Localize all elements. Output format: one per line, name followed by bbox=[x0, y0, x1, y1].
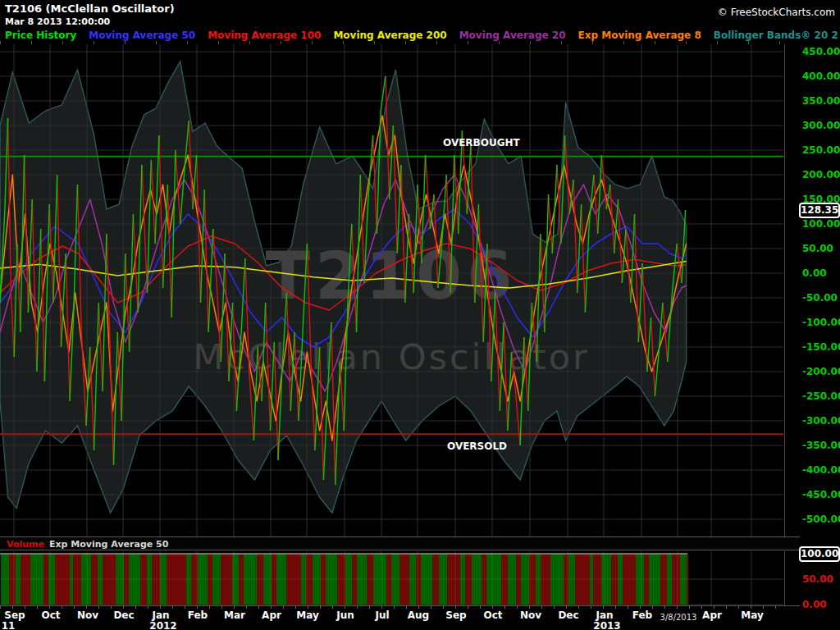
volume-bar bbox=[479, 554, 480, 605]
volume-bar bbox=[477, 554, 478, 605]
volume-bar bbox=[579, 554, 580, 605]
volume-bar bbox=[356, 554, 357, 605]
volume-bar bbox=[158, 554, 158, 605]
volume-bar bbox=[443, 554, 444, 605]
volume-bar bbox=[79, 554, 80, 605]
volume-bar bbox=[46, 554, 47, 605]
volume-bar bbox=[484, 554, 485, 605]
volume-bar bbox=[500, 554, 501, 605]
volume-bar bbox=[459, 554, 460, 605]
volume-bar bbox=[266, 554, 267, 605]
volume-bar bbox=[336, 554, 337, 605]
volume-bar bbox=[66, 554, 66, 605]
volume-bar bbox=[72, 554, 73, 605]
volume-bar bbox=[468, 554, 468, 605]
volume-bar bbox=[251, 554, 252, 605]
volume-bar bbox=[548, 554, 549, 605]
volume-bar bbox=[587, 554, 588, 605]
volume-bar bbox=[510, 554, 511, 605]
time-axis-month-label: Jan bbox=[596, 609, 613, 621]
volume-bar bbox=[405, 554, 406, 605]
volume-bar bbox=[592, 554, 593, 605]
time-axis-month-label: Sep bbox=[445, 609, 466, 621]
copyright-label: © FreeStockCharts.com bbox=[718, 7, 835, 18]
volume-plot[interactable] bbox=[0, 551, 784, 605]
volume-bar bbox=[582, 554, 583, 605]
legend-item-moving-average-20[interactable]: Moving Average 20 bbox=[459, 30, 566, 41]
volume-bar bbox=[504, 554, 504, 605]
volume-bar bbox=[650, 554, 651, 605]
title-bar: T2106 (McClellan Oscillator) Mar 8 2013 … bbox=[0, 0, 840, 28]
volume-bar bbox=[655, 554, 655, 605]
chart-title: T2106 (McClellan Oscillator) bbox=[5, 2, 175, 15]
price-axis-tick: 100.00 bbox=[802, 217, 840, 231]
volume-bar bbox=[458, 554, 459, 605]
price-axis-tick: -350.00 bbox=[802, 439, 840, 452]
volume-bar bbox=[559, 554, 560, 605]
volume-bar bbox=[210, 554, 211, 605]
volume-bar bbox=[555, 554, 555, 605]
volume-bar bbox=[310, 554, 311, 605]
volume-bar bbox=[454, 554, 455, 605]
time-axis-year-label: 11 bbox=[2, 620, 16, 630]
volume-bar bbox=[123, 554, 124, 605]
legend-item-exp-moving-average-8[interactable]: Exp Moving Average 8 bbox=[578, 30, 701, 41]
volume-bar bbox=[545, 554, 546, 605]
volume-chart-area[interactable] bbox=[0, 551, 785, 605]
volume-bar bbox=[89, 554, 89, 605]
legend-item-price-history[interactable]: Price History bbox=[5, 30, 76, 41]
main-chart-area[interactable]: T2106McClellan Oscillator bbox=[0, 44, 785, 536]
legend-item-moving-average-50[interactable]: Moving Average 50 bbox=[89, 30, 195, 41]
volume-bar bbox=[161, 554, 162, 605]
main-chart-plot[interactable]: T2106McClellan Oscillator bbox=[0, 44, 784, 536]
volume-bar bbox=[678, 554, 678, 605]
volume-bar bbox=[377, 554, 378, 605]
volume-bar bbox=[376, 554, 377, 605]
volume-bar bbox=[11, 554, 12, 605]
time-axis-year-label: 2012 bbox=[149, 620, 176, 630]
volume-bar bbox=[261, 554, 262, 605]
volume-bar bbox=[69, 554, 70, 605]
volume-bar bbox=[325, 554, 326, 605]
volume-bar bbox=[632, 554, 632, 605]
volume-bar bbox=[610, 554, 611, 605]
volume-bar bbox=[112, 554, 112, 605]
time-axis-month-label: Sep bbox=[4, 609, 25, 621]
volume-bar bbox=[136, 554, 137, 605]
volume-bar bbox=[199, 554, 199, 605]
volume-bar bbox=[509, 554, 509, 605]
volume-bar bbox=[131, 554, 132, 605]
volume-bar bbox=[566, 554, 567, 605]
legend-item-moving-average-100[interactable]: Moving Average 100 bbox=[208, 30, 321, 41]
volume-bar bbox=[492, 554, 493, 605]
time-axis-month-label: Oct bbox=[41, 609, 60, 621]
volume-bar bbox=[74, 554, 75, 605]
volume-bar bbox=[361, 554, 362, 605]
volume-bar bbox=[121, 554, 122, 605]
volume-bar bbox=[663, 554, 664, 605]
time-axis-date-label: 3/8/2013 bbox=[660, 613, 697, 622]
volume-bar bbox=[194, 554, 194, 605]
volume-bar bbox=[527, 554, 527, 605]
volume-bar bbox=[412, 554, 413, 605]
volume-bar bbox=[292, 554, 293, 605]
volume-bar bbox=[290, 554, 291, 605]
volume-bar bbox=[159, 554, 160, 605]
volume-bar bbox=[100, 554, 101, 605]
volume-bar bbox=[687, 554, 688, 605]
volume-bar bbox=[407, 554, 408, 605]
volume-bar bbox=[212, 554, 212, 605]
volume-bar bbox=[16, 554, 17, 605]
volume-bar bbox=[34, 554, 35, 605]
volume-bar bbox=[359, 554, 360, 605]
volume-bar bbox=[543, 554, 544, 605]
volume-bar bbox=[235, 554, 235, 605]
legend-item-bollinger-bands-20-2[interactable]: Bollinger Bands® 20 2 bbox=[714, 30, 838, 41]
volume-bar bbox=[138, 554, 139, 605]
volume-bar bbox=[33, 554, 34, 605]
legend-item-moving-average-200[interactable]: Moving Average 200 bbox=[333, 30, 446, 41]
volume-bar bbox=[80, 554, 81, 605]
volume-bar bbox=[226, 554, 227, 605]
volume-bar bbox=[656, 554, 657, 605]
volume-bar bbox=[425, 554, 426, 605]
